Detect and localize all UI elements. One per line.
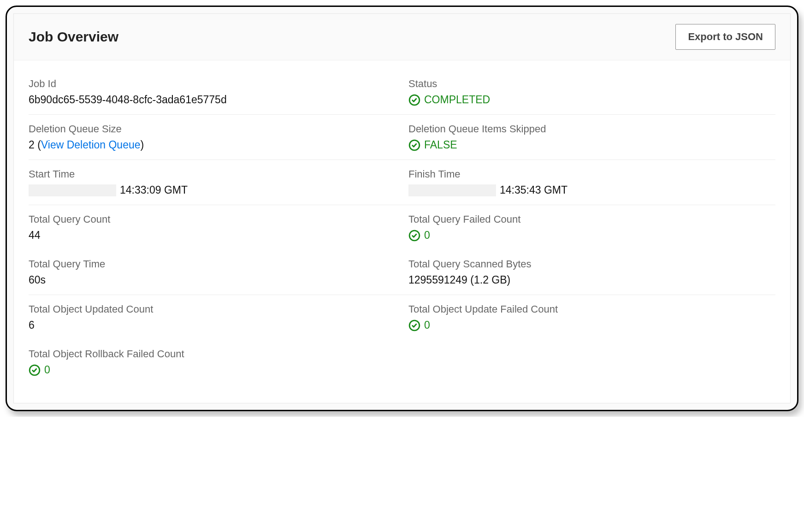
panel-header: Job Overview Export to JSON — [14, 14, 790, 60]
field-label: Total Object Update Failed Count — [408, 303, 775, 315]
rollback-failed-value: 0 — [44, 364, 50, 376]
update-failed-value: 0 — [424, 319, 430, 331]
field-total-query-count: Total Query Count 44 — [29, 205, 396, 250]
field-label: Status — [408, 78, 775, 90]
redacted-block — [29, 184, 116, 196]
field-label: Total Object Updated Count — [29, 303, 396, 315]
status-badge: COMPLETED — [408, 94, 775, 106]
field-value: 14:35:43 GMT — [408, 184, 775, 196]
check-circle-icon — [408, 319, 420, 331]
field-total-object-update-failed: Total Object Update Failed Count 0 — [408, 295, 775, 340]
field-job-id: Job Id 6b90dc65-5539-4048-8cfc-3ada61e57… — [29, 70, 396, 114]
status-badge: 0 — [408, 319, 775, 331]
field-deletion-queue-skipped: Deletion Queue Items Skipped FALSE — [408, 115, 775, 160]
field-label: Total Query Count — [29, 213, 396, 225]
field-value: 6b90dc65-5539-4048-8cfc-3ada61e5775d — [29, 94, 396, 106]
field-total-scanned-bytes: Total Query Scanned Bytes 1295591249 (1.… — [408, 250, 775, 295]
field-start-time: Start Time 14:33:09 GMT — [29, 160, 396, 205]
check-circle-icon — [408, 94, 420, 106]
outer-frame: Job Overview Export to JSON Job Id 6b90d… — [6, 6, 798, 411]
field-value: 6 — [29, 319, 396, 331]
status-value: COMPLETED — [424, 94, 490, 106]
start-time-value: 14:33:09 GMT — [120, 184, 188, 196]
deletion-queue-count: 2 — [29, 139, 35, 151]
check-circle-icon — [29, 364, 41, 376]
field-total-rollback-failed: Total Object Rollback Failed Count 0 — [29, 340, 396, 384]
field-deletion-queue-size: Deletion Queue Size 2 (View Deletion Que… — [29, 115, 396, 160]
field-label: Finish Time — [408, 168, 775, 180]
panel-title: Job Overview — [29, 29, 118, 45]
export-to-json-button[interactable]: Export to JSON — [675, 24, 775, 50]
field-label: Job Id — [29, 78, 396, 90]
redacted-block — [408, 184, 496, 196]
job-overview-panel: Job Overview Export to JSON Job Id 6b90d… — [13, 13, 791, 403]
field-value: 14:33:09 GMT — [29, 184, 396, 196]
field-label: Total Query Failed Count — [408, 213, 775, 225]
field-label: Deletion Queue Size — [29, 123, 396, 135]
field-value: 2 (View Deletion Queue) — [29, 139, 396, 151]
field-total-query-time: Total Query Time 60s — [29, 250, 396, 295]
field-label: Total Query Scanned Bytes — [408, 258, 775, 270]
status-badge: 0 — [408, 229, 775, 242]
field-label: Start Time — [29, 168, 396, 180]
empty-cell — [408, 340, 775, 384]
deletion-skipped-value: FALSE — [424, 139, 457, 151]
field-value: 60s — [29, 274, 396, 286]
field-value: 44 — [29, 229, 396, 242]
query-failed-value: 0 — [424, 229, 430, 242]
field-total-object-updated: Total Object Updated Count 6 — [29, 295, 396, 340]
field-label: Deletion Queue Items Skipped — [408, 123, 775, 135]
field-status: Status COMPLETED — [408, 70, 775, 114]
finish-time-value: 14:35:43 GMT — [500, 184, 568, 196]
panel-body: Job Id 6b90dc65-5539-4048-8cfc-3ada61e57… — [14, 60, 790, 403]
field-label: Total Object Rollback Failed Count — [29, 348, 396, 360]
field-finish-time: Finish Time 14:35:43 GMT — [408, 160, 775, 205]
status-badge: FALSE — [408, 139, 775, 151]
field-value: 1295591249 (1.2 GB) — [408, 274, 775, 286]
field-total-query-failed: Total Query Failed Count 0 — [408, 205, 775, 250]
check-circle-icon — [408, 230, 420, 242]
view-deletion-queue-link[interactable]: View Deletion Queue — [41, 139, 141, 151]
status-badge: 0 — [29, 364, 396, 376]
field-label: Total Query Time — [29, 258, 396, 270]
check-circle-icon — [408, 139, 420, 151]
